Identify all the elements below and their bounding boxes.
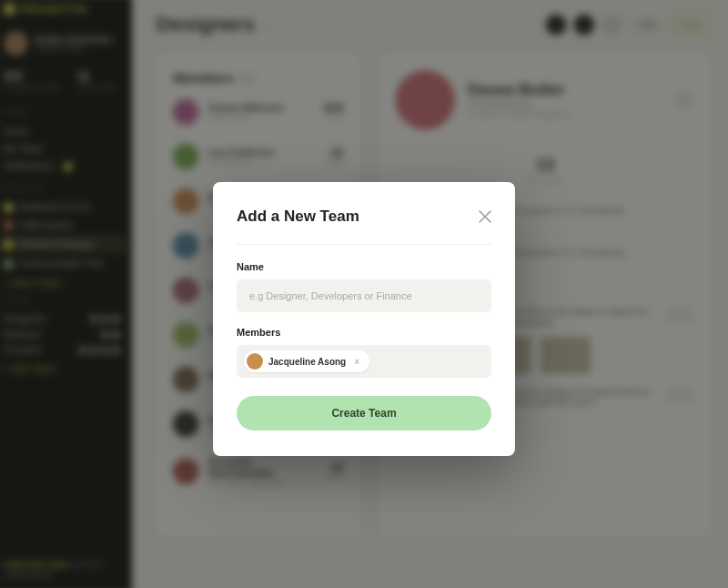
chip-remove-icon[interactable]: ×: [351, 356, 362, 367]
name-field-label: Name: [237, 261, 491, 272]
chip-label: Jacqueline Asong: [268, 357, 346, 367]
chip-avatar: [247, 353, 263, 370]
modal-title: Add a New Team: [237, 208, 359, 226]
members-input[interactable]: Jacqueline Asong ×: [237, 345, 491, 378]
member-chip[interactable]: Jacqueline Asong ×: [244, 350, 369, 372]
create-team-button[interactable]: Create Team: [237, 396, 491, 431]
add-team-modal: Add a New Team Name Members Jacqueline A…: [213, 182, 515, 456]
close-icon[interactable]: [479, 210, 491, 223]
team-name-input[interactable]: [237, 279, 491, 312]
members-field-label: Members: [237, 327, 491, 338]
